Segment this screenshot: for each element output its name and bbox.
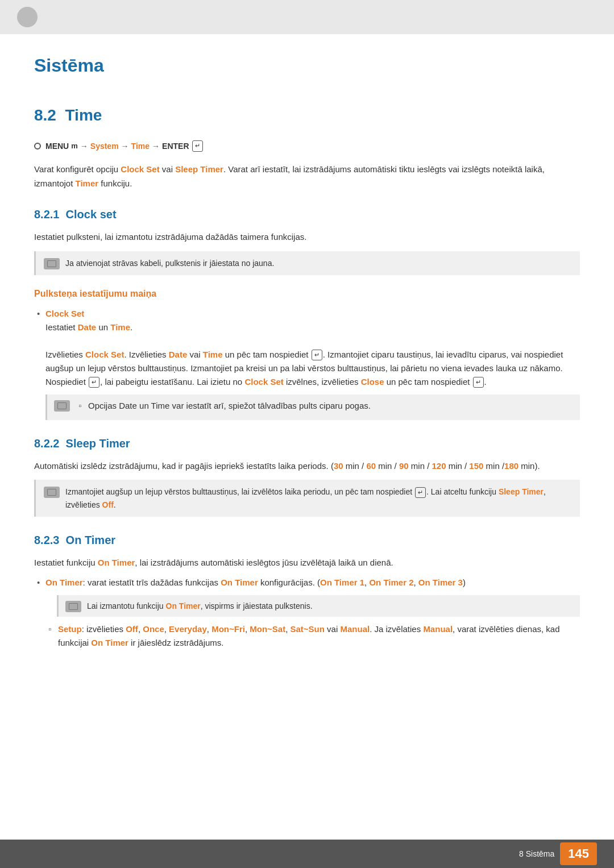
note-text-1: Ja atvienojat strāvas kabeli, pulkstenis… xyxy=(65,257,274,269)
note-text-3: Izmantojiet augšup un lejup vērstos bult… xyxy=(65,485,572,511)
footer-page-number: 145 xyxy=(560,842,597,865)
enter-key-3: ↵ xyxy=(89,377,99,388)
note-icon-4 xyxy=(65,601,81,612)
on-timer-label: On Timer: varat iestatīt trīs dažādas fu… xyxy=(45,578,466,587)
note-icon-2 xyxy=(54,400,70,412)
note-box-3: Izmantojiet augšup un lejup vērstos bult… xyxy=(34,480,580,517)
page-title: Sistēma xyxy=(0,40,614,86)
header-strip xyxy=(0,0,614,34)
note-box-2: Opcijas Date un Time var iestatīt arī, s… xyxy=(45,394,580,420)
intro-paragraph: Varat konfigurēt opciju Clock Set vai Sl… xyxy=(34,163,580,191)
footer-label: 8 Sistēma xyxy=(519,848,554,860)
menu-nav: MENU m → System → Time → ENTER ↵ xyxy=(34,140,580,152)
note-icon-1 xyxy=(44,258,60,269)
on-timer-list: On Timer: varat iestatīt trīs dažādas fu… xyxy=(34,576,580,650)
note-box-2-content: Opcijas Date un Time var iestatīt arī, s… xyxy=(76,399,371,416)
subsection-821-description: Iestatiet pulksteni, lai izmantotu izstr… xyxy=(34,230,580,244)
clock-set-list: Clock Set Iestatiet Date un Time. Izvēli… xyxy=(34,307,580,389)
footer: 8 Sistēma 145 xyxy=(0,840,614,868)
main-content: 8.2 Time MENU m → System → Time → ENTER … xyxy=(0,103,614,688)
enter-key-5: ↵ xyxy=(415,487,426,499)
subsubsection-heading: Pulksteņa iestatījumu maiņa xyxy=(34,286,580,301)
note-box-4: Lai izmantotu funkciju On Timer, vispirm… xyxy=(57,595,580,617)
subsection-822-description: Automātiski izslēdz izstrādājumu, kad ir… xyxy=(34,459,580,474)
page-container: Sistēma 8.2 Time MENU m → System → Time … xyxy=(0,0,614,868)
subsection-821-heading: 8.2.1 Clock set xyxy=(34,205,580,223)
subsection-822-heading: 8.2.2 Sleep Timer xyxy=(34,434,580,452)
note-box-1: Ja atvienojat strāvas kabeli, pulkstenis… xyxy=(34,251,580,275)
on-timer-item: On Timer: varat iestatīt trīs dažādas fu… xyxy=(34,576,580,650)
subsection-823-heading: 8.2.3 On Timer xyxy=(34,531,580,549)
menu-circle-icon xyxy=(34,143,41,149)
clock-set-item: Clock Set Iestatiet Date un Time. Izvēli… xyxy=(34,307,580,389)
note-square-bullet: Opcijas Date un Time var iestatīt arī, s… xyxy=(76,399,371,413)
note-icon-3 xyxy=(44,487,60,498)
header-icon xyxy=(17,7,38,27)
setup-bullet: Setup: izvēlieties Off, Once, Everyday, … xyxy=(45,622,580,650)
note-text-4: Lai izmantotu funkciju On Timer, vispirm… xyxy=(87,600,313,612)
enter-key-icon: ↵ xyxy=(192,140,203,152)
enter-key-2: ↵ xyxy=(312,350,322,361)
section-heading: 8.2 Time xyxy=(34,103,580,128)
subsection-823-description: Iestatiet funkciju On Timer, lai izstrād… xyxy=(34,556,580,570)
clock-set-para: Izvēlieties Clock Set. Izvēlieties Date … xyxy=(45,350,563,387)
enter-key-4: ↵ xyxy=(473,377,484,388)
clock-set-sub: Iestatiet Date un Time. xyxy=(45,322,132,332)
clock-set-label: Clock Set xyxy=(45,309,84,318)
